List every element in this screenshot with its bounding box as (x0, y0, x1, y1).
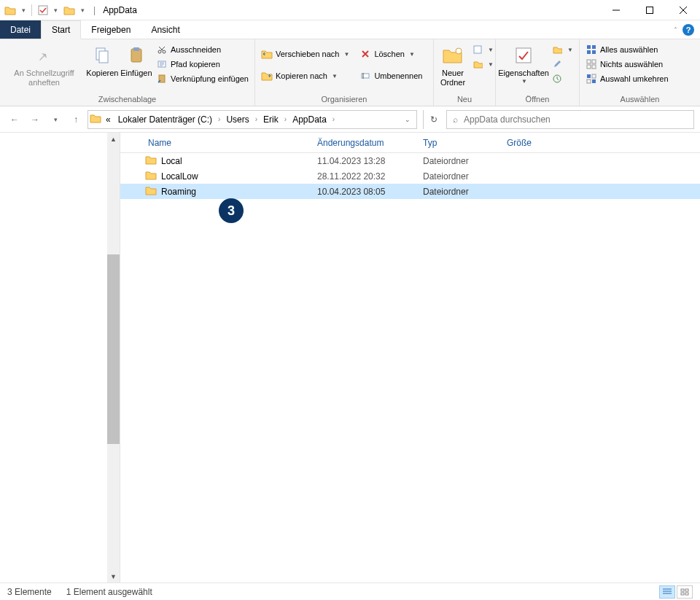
svg-rect-21 (587, 65, 591, 69)
history-button[interactable] (548, 71, 576, 86)
new-folder-button[interactable]: Neuer Ordner (437, 41, 469, 87)
select-group-label: Auswählen (580, 93, 700, 106)
svg-rect-29 (681, 593, 684, 595)
svg-rect-26 (592, 79, 596, 83)
easy-access-button[interactable]: ▼ (469, 57, 497, 71)
paste-label: Einfügen (120, 69, 152, 78)
copy-path-button[interactable]: Pfad kopieren (153, 57, 252, 71)
delete-label: Löschen (374, 50, 405, 58)
address-dropdown-icon[interactable]: ⌄ (400, 116, 415, 123)
svg-rect-22 (592, 65, 596, 69)
crumb-3[interactable]: AppData (289, 114, 330, 125)
annotation-badge: 3 (219, 198, 244, 223)
tab-freigeben[interactable]: Freigeben (81, 20, 141, 39)
file-date: 28.11.2022 20:32 (310, 171, 416, 182)
nav-back-button[interactable]: ← (6, 111, 23, 128)
crumb-2[interactable]: Erik (260, 114, 281, 125)
file-row[interactable]: Roaming10.04.2023 08:05Dateiordner (120, 184, 700, 199)
refresh-button[interactable]: ↻ (423, 110, 443, 129)
open-icon (551, 44, 563, 55)
ribbon-group-clipboard: An Schnellzugriff anheften Kopieren Einf… (0, 39, 255, 106)
crumb-0[interactable]: Lokaler Datenträger (C:) (115, 114, 215, 125)
file-row[interactable]: LocalLow28.11.2022 20:32Dateiordner (120, 168, 700, 184)
crumb-sep-2[interactable]: › (283, 115, 288, 123)
maximize-button[interactable] (633, 0, 666, 20)
scroll-up-arrow[interactable]: ▲ (107, 133, 120, 145)
delete-icon (359, 48, 371, 60)
crumb-1[interactable]: Users (223, 114, 252, 125)
move-to-button[interactable]: Verschieben nach▼ (258, 47, 352, 61)
open-group-label: Öffnen (496, 93, 579, 106)
cut-button[interactable]: Ausschneiden (153, 42, 252, 57)
svg-rect-24 (592, 74, 596, 78)
move-to-label: Verschieben nach (276, 50, 339, 58)
pin-icon (34, 44, 55, 67)
file-row[interactable]: Local11.04.2023 13:28Dateiordner (120, 153, 700, 168)
status-selected-count: 1 Element ausgewählt (66, 587, 152, 597)
qat-newfolder-icon[interactable] (62, 5, 77, 15)
move-to-icon (261, 48, 273, 60)
delete-button[interactable]: Löschen▼ (357, 47, 425, 61)
file-type: Dateiordner (416, 171, 499, 182)
file-name: Roaming (161, 187, 196, 197)
view-details-button[interactable] (659, 585, 675, 599)
select-none-button[interactable]: Nichts auswählen (583, 57, 672, 71)
address-bar[interactable]: « Lokaler Datenträger (C:) › Users › Eri… (88, 110, 417, 129)
copy-path-icon (156, 58, 168, 70)
open-button[interactable]: ▼ (548, 42, 576, 57)
scroll-thumb[interactable] (107, 254, 120, 444)
col-header-name[interactable]: Name (120, 138, 310, 148)
paste-button[interactable]: Einfügen (120, 41, 153, 78)
copy-to-label: Kopieren nach (276, 71, 327, 80)
properties-button[interactable]: Eigenschaften ▼ (499, 41, 548, 85)
crumb-sep-3[interactable]: › (331, 115, 336, 123)
clipboard-group-label: Zwischenablage (0, 93, 254, 106)
search-icon: ⌕ (453, 114, 458, 125)
invert-selection-button[interactable]: Auswahl umkehren (583, 71, 672, 86)
clipboard-small-buttons: Ausschneiden Pfad kopieren Verknüpfung e… (153, 41, 252, 86)
new-item-button[interactable]: ▼ (469, 42, 497, 57)
ribbon-collapse-icon[interactable]: ˆ (674, 26, 677, 34)
scroll-down-arrow[interactable]: ▼ (107, 570, 120, 583)
search-box[interactable]: ⌕ (446, 110, 694, 129)
rename-button[interactable]: Umbenennen (357, 69, 425, 83)
history-icon (551, 73, 563, 85)
col-header-date[interactable]: Änderungsdatum (310, 138, 416, 148)
search-input[interactable] (464, 114, 688, 125)
tab-ansicht[interactable]: Ansicht (141, 20, 190, 39)
tab-datei[interactable]: Datei (0, 20, 41, 39)
qat-dropdown-3[interactable]: ▾ (79, 7, 86, 14)
select-all-button[interactable]: Alles auswählen (583, 42, 672, 57)
close-button[interactable] (666, 0, 700, 20)
crumb-sep-1[interactable]: › (254, 115, 259, 123)
qat-dropdown[interactable]: ▾ (20, 7, 27, 14)
col-header-type[interactable]: Typ (416, 138, 499, 148)
copy-button[interactable]: Kopieren (85, 41, 120, 78)
navigation-pane[interactable]: ▲ ▼ (0, 133, 120, 583)
copy-to-button[interactable]: Kopieren nach▼ (258, 69, 352, 83)
address-folder-icon (90, 113, 101, 125)
view-large-icons-button[interactable] (677, 585, 693, 599)
svg-rect-0 (39, 6, 47, 15)
col-header-size[interactable]: Größe (499, 138, 558, 148)
easy-access-icon (472, 58, 483, 70)
qat-dropdown-2[interactable]: ▾ (52, 7, 59, 14)
pin-to-quick-access-button[interactable]: An Schnellzugriff anheften (3, 41, 85, 87)
paste-shortcut-label: Verknüpfung einfügen (171, 74, 249, 83)
help-icon[interactable]: ? (682, 24, 694, 36)
tab-start[interactable]: Start (41, 20, 81, 39)
nav-forward-button[interactable]: → (26, 111, 44, 128)
edit-button[interactable] (548, 57, 576, 71)
svg-rect-12 (474, 46, 481, 53)
nav-recent-dropdown[interactable]: ▾ (47, 111, 64, 128)
crumb-prefix: « (103, 114, 114, 125)
paste-shortcut-button[interactable]: Verknüpfung einfügen (153, 71, 252, 86)
minimize-button[interactable] (599, 0, 633, 20)
copy-label: Kopieren (86, 69, 118, 78)
crumb-sep-0[interactable]: › (217, 115, 222, 123)
nav-scrollbar[interactable]: ▲ ▼ (107, 133, 120, 583)
nav-up-button[interactable]: ↑ (67, 111, 85, 128)
qat-properties-icon[interactable] (36, 5, 50, 15)
svg-rect-23 (587, 74, 591, 78)
select-buttons: Alles auswählen Nichts auswählen Auswahl… (583, 41, 672, 86)
